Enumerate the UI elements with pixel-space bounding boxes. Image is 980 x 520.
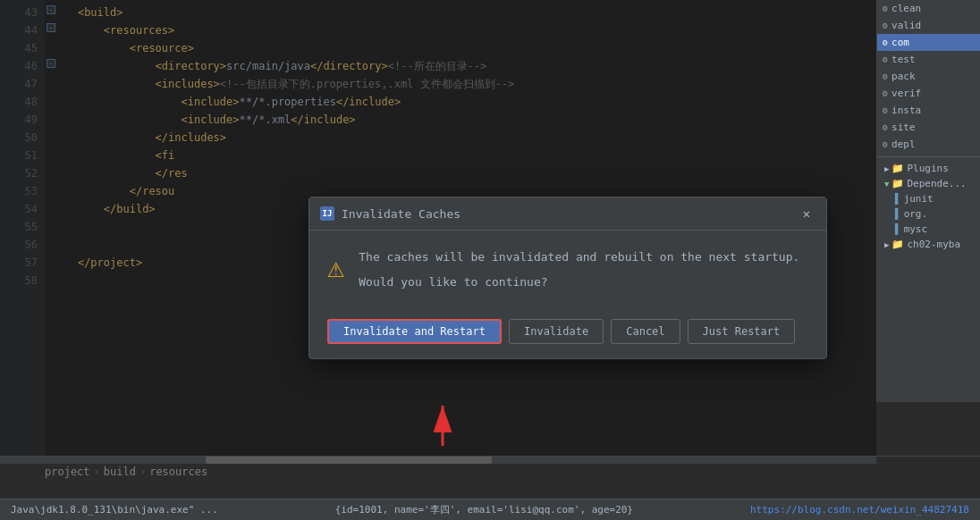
warning-icon: ⚠ <box>327 250 344 284</box>
sidebar-item-pack[interactable]: ⚙ pack <box>877 68 980 85</box>
breadcrumb-build[interactable]: build <box>104 465 136 478</box>
status-bar: Java\jdk1.8.0_131\bin\java.exe" ... {id=… <box>0 499 980 520</box>
dialog-title-left: IJ Invalidate Caches <box>320 206 460 221</box>
gear-icon: ⚙ <box>883 88 888 98</box>
expand-arrow-icon: ▼ <box>884 180 889 189</box>
bottom-panel: project › build › resources Java\jdk1.8.… <box>0 456 980 520</box>
tree-junit[interactable]: ▌ junit <box>881 191 976 206</box>
sidebar-item-valid[interactable]: ⚙ valid <box>877 17 980 34</box>
gear-icon: ⚙ <box>883 38 888 47</box>
invalidate-caches-dialog: IJ Invalidate Caches ✕ ⚠ The caches will… <box>308 197 827 359</box>
folder-icon: 📁 <box>891 239 904 250</box>
gear-icon: ⚙ <box>883 71 888 81</box>
just-restart-button[interactable]: Just Restart <box>688 319 796 344</box>
dialog-message-line1: The caches will be invalidated and rebui… <box>359 248 799 266</box>
gear-icon: ⚙ <box>883 55 888 64</box>
tree-mysql[interactable]: ▌ mysc <box>881 222 976 237</box>
sidebar-item-com[interactable]: ⚙ com <box>877 34 980 51</box>
gear-icon: ⚙ <box>883 105 888 115</box>
dialog-title-text: Invalidate Caches <box>342 207 460 221</box>
status-bottom: {id=1001, name='李四', email='lisi@qq.com'… <box>335 503 633 516</box>
tree-plugins[interactable]: ▶ 📁 Plugins <box>881 161 976 176</box>
breadcrumb: project › build › resources <box>45 465 207 478</box>
breadcrumb-separator: › <box>94 465 100 478</box>
dialog-titlebar: IJ Invalidate Caches ✕ <box>309 197 826 231</box>
intellij-icon: IJ <box>320 206 334 221</box>
sidebar-item-insta[interactable]: ⚙ insta <box>877 102 980 119</box>
expand-arrow-icon: ▶ <box>884 164 889 173</box>
sidebar-item-depl[interactable]: ⚙ depl <box>877 136 980 153</box>
folder-icon: 📁 <box>891 178 904 189</box>
breadcrumb-project[interactable]: project <box>45 465 90 478</box>
gear-icon: ⚙ <box>883 21 888 30</box>
folder-icon: 📁 <box>891 163 904 174</box>
invalidate-button[interactable]: Invalidate <box>509 319 604 344</box>
sidebar-item-verif[interactable]: ⚙ verif <box>877 85 980 102</box>
tree-org[interactable]: ▌ org. <box>881 206 976 222</box>
horizontal-scrollbar[interactable] <box>0 457 876 464</box>
invalidate-and-restart-button[interactable]: Invalidate and Restart <box>327 319 502 344</box>
status-right: https://blog.csdn.net/weixin_44827418 <box>750 504 969 516</box>
dialog-message-line2: Would you like to continue? <box>359 273 799 291</box>
sidebar-item-site[interactable]: ⚙ site <box>877 119 980 136</box>
dialog-content: The caches will be invalidated and rebui… <box>359 248 799 298</box>
dialog-close-button[interactable]: ✕ <box>798 205 815 222</box>
tree-ch02[interactable]: ▶ 📁 ch02-myba <box>881 237 976 252</box>
library-icon: ▌ <box>895 193 901 205</box>
expand-arrow-icon: ▶ <box>884 240 889 249</box>
breadcrumb-separator: › <box>139 465 146 478</box>
dialog-buttons: Invalidate and Restart Invalidate Cancel… <box>309 312 826 358</box>
gear-icon: ⚙ <box>883 139 888 149</box>
library-icon: ▌ <box>895 208 901 220</box>
tree-dependencies[interactable]: ▼ 📁 Depende... <box>881 176 976 191</box>
dialog-body: ⚠ The caches will be invalidated and reb… <box>309 231 826 312</box>
library-icon: ▌ <box>895 223 901 235</box>
sidebar-right: ⚙ clean ⚙ valid ⚙ com ⚙ test ⚙ pack ⚙ ve… <box>876 0 980 402</box>
breadcrumb-resources[interactable]: resources <box>149 465 207 478</box>
gear-icon: ⚙ <box>883 4 888 13</box>
cancel-button[interactable]: Cancel <box>611 319 680 344</box>
status-left: Java\jdk1.8.0_131\bin\java.exe" ... <box>11 504 218 516</box>
gear-icon: ⚙ <box>883 122 888 132</box>
sidebar-item-clean[interactable]: ⚙ clean <box>877 0 980 17</box>
scrollbar-thumb[interactable] <box>206 457 492 464</box>
sidebar-item-test[interactable]: ⚙ test <box>877 51 980 68</box>
